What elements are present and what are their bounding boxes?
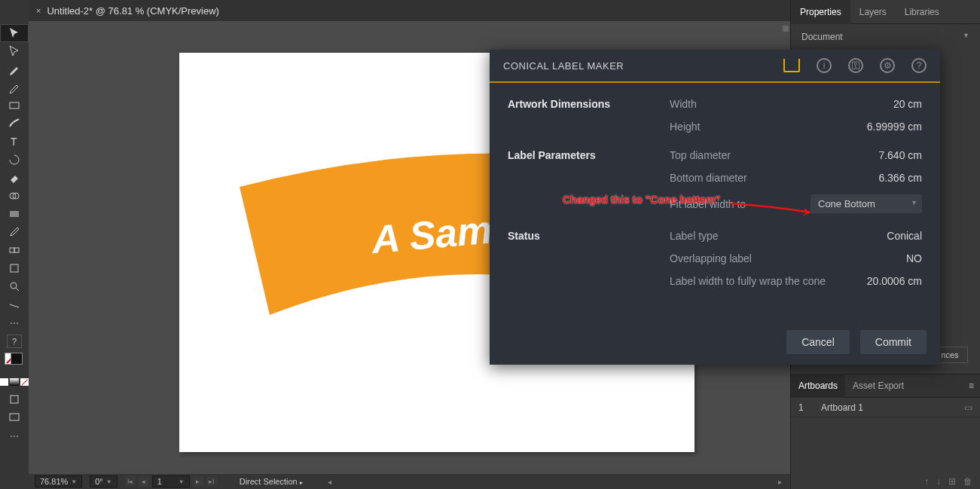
artboard-tool[interactable] (0, 259, 29, 277)
tab-properties[interactable]: Properties (791, 0, 850, 24)
info-icon[interactable]: i (817, 58, 832, 73)
tab-artboards[interactable]: Artboards (791, 374, 845, 398)
dialog-tab-icon[interactable] (783, 59, 800, 72)
svg-point-8 (11, 283, 17, 289)
help-icon[interactable]: ? (911, 58, 927, 73)
color-mode-row[interactable] (0, 378, 29, 386)
question-tool[interactable]: ? (7, 335, 22, 348)
svg-rect-0 (10, 102, 19, 108)
curvature-tool[interactable] (0, 78, 29, 96)
cancel-button[interactable]: Cancel (786, 330, 850, 354)
next-artboard-button[interactable]: ▸ (193, 476, 203, 487)
dialog-title: CONICAL LABEL MAKER (503, 60, 624, 72)
artboard-num-field[interactable]: 1▼ (152, 475, 190, 487)
pen-tool[interactable] (0, 60, 29, 78)
scroll-left-icon[interactable]: ◂ (325, 477, 334, 486)
gradient-tool[interactable] (0, 205, 29, 223)
selection-tool[interactable] (0, 24, 29, 42)
label-type-value: Conical (887, 230, 922, 242)
selection-label: Direct Selection ▸ (240, 477, 303, 486)
svg-line-9 (16, 288, 19, 291)
document-tab[interactable]: × Untitled-2* @ 76.81 % (CMYK/Preview) (29, 0, 227, 21)
prev-artboard-button[interactable]: ◂ (139, 476, 149, 487)
new-artboard-icon[interactable]: ⊞ (948, 476, 956, 487)
artboard-row[interactable]: 1 Artboard 1 ▭ (791, 398, 980, 417)
direct-selection-tool[interactable] (0, 42, 29, 60)
key-icon[interactable]: ⚿ (848, 58, 863, 73)
scroll-right-icon[interactable]: ▸ (775, 477, 784, 486)
rotation-field[interactable]: 0°▼ (90, 475, 117, 487)
width-value: 20 cm (893, 98, 922, 110)
brush-tool[interactable] (0, 115, 29, 133)
conical-label-maker-dialog: CONICAL LABEL MAKER i ⚿ ⚙ ? Artwork Dime… (490, 50, 940, 365)
width-label: Width (670, 98, 697, 110)
eraser-tool[interactable] (0, 169, 29, 187)
move-down-icon[interactable]: ↓ (936, 476, 941, 487)
move-up-icon[interactable]: ↑ (924, 476, 929, 487)
svg-rect-7 (11, 264, 18, 272)
overlapping-value: NO (906, 252, 922, 264)
artboard-nav: I◂ ◂ 1▼ ▸ ▸I (125, 475, 217, 487)
svg-rect-6 (14, 248, 19, 252)
section-parameters: Label Parameters Top diameter7.640 cm Bo… (508, 149, 922, 213)
last-artboard-button[interactable]: ▸I (206, 476, 217, 487)
rectangle-tool[interactable] (0, 96, 29, 115)
tab-libraries[interactable]: Libraries (896, 0, 948, 24)
chevron-down-icon[interactable]: ▼ (963, 32, 969, 42)
close-tab-icon[interactable]: × (36, 6, 41, 15)
overlapping-label: Overlapping label (670, 252, 752, 264)
status-label: Status (508, 230, 670, 287)
wrap-width-value: 20.0006 cm (867, 275, 922, 287)
shape-builder-tool[interactable] (0, 187, 29, 205)
wrap-width-label: Label width to fully wrap the cone (670, 275, 826, 287)
commit-button[interactable]: Commit (860, 330, 927, 354)
dialog-header: CONICAL LABEL MAKER i ⚿ ⚙ ? (490, 50, 940, 83)
type-tool[interactable]: T (0, 133, 29, 151)
panel-menu-icon[interactable]: ≡ (969, 381, 974, 391)
svg-rect-4 (10, 211, 19, 217)
document-title: Untitled-2* @ 76.81 % (CMYK/Preview) (47, 5, 219, 17)
height-value: 6.99999 cm (867, 121, 922, 133)
status-bar: 76.81%▼ 0°▼ I◂ ◂ 1▼ ▸ ▸I Direct Selectio… (29, 474, 790, 489)
artboard-number: 1 (798, 402, 821, 413)
tab-layers[interactable]: Layers (850, 0, 896, 24)
artboard-name: Artboard 1 (821, 402, 964, 413)
svg-rect-11 (10, 414, 19, 420)
rotate-tool[interactable] (0, 151, 29, 169)
eyedropper-tool[interactable] (0, 223, 29, 241)
screen-mode[interactable] (0, 408, 29, 426)
height-label: Height (670, 121, 700, 133)
section-status: Status Label typeConical Overlapping lab… (508, 230, 922, 287)
bottom-diameter-value: 6.366 cm (878, 172, 922, 184)
artboard-options-icon[interactable]: ▭ (964, 402, 972, 413)
more-tools-icon[interactable]: ⋯ (0, 313, 29, 333)
gear-icon[interactable]: ⚙ (880, 58, 895, 73)
draw-mode-normal[interactable] (0, 390, 29, 408)
parameters-label: Label Parameters (508, 149, 670, 213)
tab-asset-export[interactable]: Asset Export (845, 374, 911, 398)
fit-label-select[interactable]: Cone Bottom (811, 194, 922, 213)
bottom-diameter-label: Bottom diameter (670, 172, 747, 184)
svg-rect-5 (10, 248, 14, 252)
zoom-field[interactable]: 76.81%▼ (35, 475, 82, 487)
edit-toolbar-icon[interactable]: ⋯ (0, 426, 29, 446)
blend-tool[interactable] (0, 241, 29, 259)
artboard-list: 1 Artboard 1 ▭ (791, 398, 980, 474)
section-dimensions: Artwork Dimensions Width20 cm Height6.99… (508, 98, 922, 133)
dimensions-label: Artwork Dimensions (508, 98, 670, 133)
first-artboard-button[interactable]: I◂ (125, 476, 136, 487)
right-panel-tabs: Properties Layers Libraries (791, 0, 980, 24)
label-type-label: Label type (670, 230, 719, 242)
stroke-swatch[interactable] (11, 353, 23, 365)
left-toolbar: T ⋯ ? ⋯ (0, 0, 29, 489)
artboard-footer: ↑ ↓ ⊞ 🗑 (791, 474, 980, 489)
fit-label-label: Fit label width to (670, 198, 746, 210)
top-diameter-value: 7.640 cm (878, 149, 922, 161)
properties-subheader: Document ▼ (791, 24, 980, 50)
delete-artboard-icon[interactable]: 🗑 (963, 476, 972, 487)
slice-tool[interactable] (0, 295, 29, 313)
zoom-tool[interactable] (0, 277, 29, 295)
svg-rect-10 (11, 396, 18, 403)
lower-panel-tabs: Artboards Asset Export ≡ (791, 374, 980, 398)
svg-text:T: T (11, 136, 17, 148)
